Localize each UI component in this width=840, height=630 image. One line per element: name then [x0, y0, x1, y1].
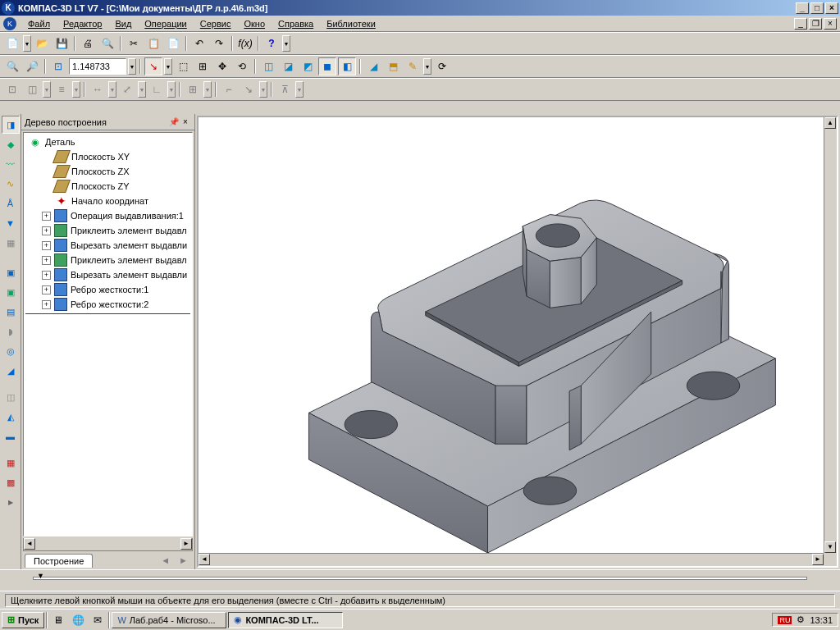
- rail-mirror-icon[interactable]: ▦: [2, 454, 20, 472]
- quick-ie-icon[interactable]: 🌐: [69, 611, 87, 629]
- tree-op-5[interactable]: +Вырезать элемент выдавли: [25, 267, 190, 282]
- menu-view[interactable]: Вид: [108, 17, 138, 30]
- tray-icon[interactable]: ⚙: [797, 614, 805, 625]
- start-button[interactable]: ⊞ Пуск: [2, 612, 44, 628]
- rail-hole-icon[interactable]: ◎: [2, 342, 20, 360]
- rail-cut-icon[interactable]: ▤: [2, 303, 20, 321]
- expand-icon[interactable]: +: [42, 271, 51, 280]
- tree-body[interactable]: ◉Деталь Плоскость XY Плоскость ZX Плоско…: [23, 132, 193, 536]
- wireframe-icon[interactable]: ◫: [259, 57, 277, 75]
- maximize-button[interactable]: □: [810, 2, 824, 14]
- color-dd[interactable]: ▼: [423, 58, 431, 75]
- dd-f[interactable]: ▼: [167, 81, 176, 98]
- copy-button[interactable]: 📋: [144, 34, 162, 52]
- expand-icon[interactable]: +: [42, 241, 51, 250]
- menu-service[interactable]: Сервис: [194, 17, 238, 30]
- zoom-input[interactable]: [69, 58, 126, 75]
- tree-op-4[interactable]: +Приклеить элемент выдавл: [25, 253, 190, 267]
- help-button[interactable]: ?: [262, 34, 281, 52]
- axes-icon[interactable]: ↘: [144, 57, 162, 75]
- tool-e[interactable]: ⤢: [118, 80, 136, 98]
- scrollbar-vertical[interactable]: ▲ ▼: [824, 117, 837, 553]
- tool-d[interactable]: ↔: [89, 80, 107, 98]
- dd-d[interactable]: ▼: [108, 81, 116, 98]
- menu-file[interactable]: Файл: [21, 17, 57, 30]
- rotate-icon[interactable]: ⟲: [233, 57, 251, 75]
- cut-button[interactable]: ✂: [125, 34, 143, 52]
- tab-nav[interactable]: ◄ ►: [161, 555, 191, 565]
- new-dropdown[interactable]: ▼: [23, 35, 31, 52]
- rail-thick-icon[interactable]: ▬: [2, 427, 20, 445]
- zoom-dropdown[interactable]: ▼: [128, 58, 136, 75]
- timeline-slider[interactable]: ▼: [0, 569, 840, 591]
- menu-libraries[interactable]: Библиотеки: [320, 17, 382, 30]
- tool-b[interactable]: ◫: [23, 80, 41, 98]
- view-fit-icon[interactable]: ⊞: [194, 57, 212, 75]
- quick-desktop-icon[interactable]: 🖥: [49, 611, 67, 629]
- dd-i[interactable]: ▼: [259, 81, 267, 98]
- expand-icon[interactable]: +: [42, 256, 51, 265]
- tool-i[interactable]: ↘: [240, 80, 258, 98]
- menu-operations[interactable]: Операции: [138, 17, 193, 30]
- fx-button[interactable]: f(x): [236, 34, 254, 52]
- view-pan-icon[interactable]: ✥: [213, 57, 231, 75]
- mdi-restore[interactable]: ❐: [809, 18, 822, 30]
- tree-hscroll[interactable]: ◄ ►: [23, 538, 193, 551]
- tool-j[interactable]: ⊼: [276, 80, 294, 98]
- mdi-close[interactable]: ×: [824, 18, 837, 30]
- tree-plane-xy[interactable]: Плоскость XY: [25, 149, 190, 164]
- rail-filter-icon[interactable]: ▼: [2, 214, 20, 232]
- menu-help[interactable]: Справка: [272, 17, 320, 30]
- mdi-minimize[interactable]: _: [794, 18, 807, 30]
- task-word[interactable]: WЛаб.раб4 - Microso...: [112, 612, 226, 628]
- undo-button[interactable]: ↶: [190, 34, 208, 52]
- tree-op-7[interactable]: +Ребро жесткости:2: [25, 297, 190, 312]
- minimize-button[interactable]: _: [796, 2, 809, 14]
- new-button[interactable]: 📄: [3, 34, 21, 52]
- expand-icon[interactable]: +: [42, 285, 51, 294]
- tree-plane-zy[interactable]: Плоскость ZY: [25, 179, 190, 194]
- rail-add-icon[interactable]: ▣: [2, 283, 20, 301]
- rail-surface-icon[interactable]: ◆: [2, 135, 20, 153]
- open-button[interactable]: 📂: [33, 34, 51, 52]
- tree-origin[interactable]: ✦Начало координат: [25, 194, 190, 208]
- preview-button[interactable]: 🔍: [98, 34, 116, 52]
- tree-op-3[interactable]: +Вырезать элемент выдавли: [25, 238, 190, 253]
- menu-editor[interactable]: Редактор: [57, 17, 108, 30]
- nohidden-icon[interactable]: ◩: [299, 57, 317, 75]
- tab-build[interactable]: Построение: [25, 554, 93, 568]
- tree-close-icon[interactable]: ×: [180, 116, 191, 128]
- rail-compass-icon[interactable]: Å: [2, 194, 20, 212]
- tree-op-6[interactable]: +Ребро жесткости:1: [25, 282, 190, 297]
- scroll-right-icon[interactable]: ►: [180, 538, 192, 550]
- section-icon[interactable]: ⬒: [384, 57, 402, 75]
- canvas-3d[interactable]: [199, 117, 824, 553]
- expand-icon[interactable]: +: [42, 300, 51, 309]
- tree-op-1[interactable]: +Операция выдавливания:1: [25, 208, 190, 223]
- expand-icon[interactable]: +: [42, 212, 51, 221]
- hidden-icon[interactable]: ◪: [279, 57, 297, 75]
- help-dropdown[interactable]: ▼: [282, 35, 290, 52]
- rail-round-icon[interactable]: ◗: [2, 322, 20, 340]
- tool-g[interactable]: ⊞: [184, 80, 202, 98]
- tree-root[interactable]: ◉Деталь: [25, 135, 190, 149]
- dd-b[interactable]: ▼: [43, 81, 51, 98]
- scroll-left-icon[interactable]: ◄: [24, 538, 35, 550]
- dd-g[interactable]: ▼: [203, 81, 212, 98]
- paste-button[interactable]: 📄: [164, 34, 182, 52]
- tool-h[interactable]: ⌐: [220, 80, 238, 98]
- rail-edit-icon[interactable]: ◨: [2, 116, 20, 134]
- rail-extrude-icon[interactable]: ▣: [2, 263, 20, 281]
- shaded-icon[interactable]: ◼: [318, 57, 336, 75]
- rebuild-icon[interactable]: ⟳: [433, 57, 451, 75]
- save-button[interactable]: 💾: [52, 34, 71, 52]
- scroll-left-icon[interactable]: ◄: [199, 554, 210, 565]
- rail-spec-icon[interactable]: ▦: [2, 234, 20, 252]
- view-front-icon[interactable]: ⬚: [174, 57, 192, 75]
- slider-track[interactable]: [33, 577, 807, 580]
- menu-window[interactable]: Окно: [237, 17, 272, 30]
- rail-rib-icon[interactable]: ◢: [2, 362, 20, 380]
- shaded-edges-icon[interactable]: ◧: [338, 57, 356, 75]
- lang-indicator[interactable]: RU: [778, 616, 792, 624]
- dd-j[interactable]: ▼: [295, 81, 304, 98]
